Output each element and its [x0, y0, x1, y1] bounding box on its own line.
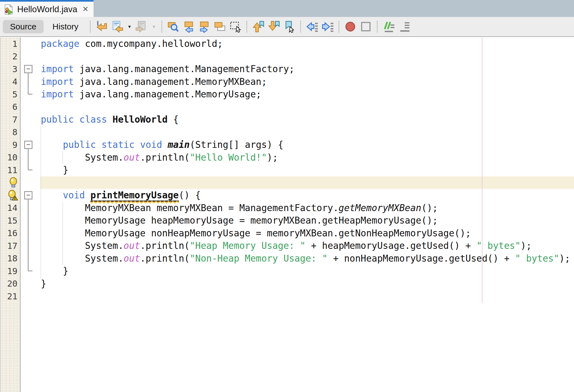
- uncomment-button[interactable]: [397, 19, 411, 34]
- code-token: [41, 190, 63, 201]
- line-number: 14: [1, 202, 20, 214]
- toolbar-separator: [300, 21, 301, 33]
- code-line-6[interactable]: [41, 101, 574, 113]
- line-number: 6: [1, 101, 20, 113]
- last-edit-location-button[interactable]: [94, 19, 109, 34]
- find-selection-button[interactable]: [166, 19, 180, 34]
- editor-window: HelloWorld.java ✕ Source History ▾: [0, 0, 574, 392]
- code-token: com.mycompany.helloworld;: [79, 38, 223, 49]
- code-token: );: [521, 240, 532, 251]
- code-line-14[interactable]: MemoryMXBean memoryMXBean = ManagementFa…: [41, 202, 574, 214]
- code-token: );: [267, 152, 278, 163]
- code-token: printMemoryUsage: [90, 190, 179, 202]
- code-line-13[interactable]: void printMemoryUsage() {: [41, 189, 574, 202]
- line-number: 16: [1, 227, 20, 240]
- code-token: .println(: [140, 152, 190, 163]
- back-icon: [111, 21, 123, 33]
- find-next-occurrence-button[interactable]: [197, 19, 212, 34]
- next-bookmark-button[interactable]: [266, 19, 281, 34]
- java-file-icon: [3, 4, 14, 15]
- line-number: 18: [1, 252, 20, 265]
- history-view-button[interactable]: History: [45, 22, 86, 31]
- start-macro-recording-button[interactable]: [343, 19, 358, 34]
- find-previous-occurrence-icon: [183, 21, 195, 33]
- source-view-button[interactable]: Source: [3, 20, 44, 33]
- toolbar-separator: [90, 21, 90, 33]
- line-number: 20: [1, 277, 20, 290]
- code-line-1[interactable]: package com.mycompany.helloworld;: [41, 37, 574, 50]
- code-line-4[interactable]: import java.lang.management.MemoryMXBean…: [41, 75, 574, 88]
- last-edit-location-icon: [95, 21, 108, 33]
- toggle-highlight-search-button[interactable]: [213, 19, 227, 34]
- toggle-highlight-search-icon: [214, 21, 226, 33]
- next-bookmark-icon: [268, 21, 280, 33]
- code-token: public class: [41, 114, 107, 125]
- code-line-3[interactable]: import java.lang.management.ManagementFa…: [41, 63, 574, 75]
- line-number: 2: [1, 50, 20, 63]
- shift-line-right-button[interactable]: [320, 19, 335, 34]
- back-dropdown-button[interactable]: ▾: [125, 19, 133, 34]
- line-number: 21: [1, 290, 20, 303]
- code-line-5[interactable]: import java.lang.management.MemoryUsage;: [41, 88, 574, 101]
- code-line-7[interactable]: public class HelloWorld {: [41, 113, 574, 126]
- code-line-12[interactable]: [41, 176, 574, 189]
- code-token: void: [63, 190, 85, 201]
- code-token: main: [168, 139, 190, 150]
- code-token: .println(: [140, 253, 190, 264]
- code-token: [107, 114, 112, 125]
- line-number: 4: [1, 75, 20, 88]
- previous-bookmark-button[interactable]: [251, 19, 265, 34]
- code-token: import: [41, 76, 74, 87]
- code-line-8[interactable]: [41, 126, 574, 139]
- code-token: "Hello World!": [190, 152, 267, 163]
- tab-helloworld-java[interactable]: HelloWorld.java ✕: [0, 0, 94, 17]
- lightbulb-warning-icon[interactable]: [1, 189, 20, 202]
- comment-icon: [382, 21, 395, 33]
- lightbulb-icon: [9, 177, 18, 188]
- code-token: " bytes": [515, 253, 559, 264]
- code-token: java.lang.management.MemoryMXBean;: [74, 76, 267, 87]
- stop-macro-recording-icon: [360, 21, 372, 33]
- code-token: (String[] args) {: [190, 139, 283, 150]
- code-token: () {: [179, 190, 201, 201]
- find-previous-occurrence-button[interactable]: [182, 19, 196, 34]
- toggle-bookmark-icon: [283, 21, 295, 33]
- tab-close-icon[interactable]: ✕: [82, 6, 89, 13]
- code-line-18[interactable]: System.out.println("Non-Heap Memory Usag…: [41, 252, 574, 265]
- code-line-19[interactable]: }: [41, 265, 574, 277]
- toggle-bookmark-button[interactable]: [282, 19, 296, 34]
- code-token: " bytes": [477, 240, 521, 251]
- toggle-rectangular-selection-button[interactable]: [228, 19, 243, 34]
- line-number: 17: [1, 239, 20, 252]
- lightbulb-hint-icon[interactable]: [1, 176, 20, 189]
- toolbar-separator: [246, 21, 247, 33]
- code-line-21[interactable]: [41, 290, 574, 303]
- line-number: 9: [1, 138, 20, 151]
- code-line-11[interactable]: }: [41, 164, 574, 176]
- line-number: 8: [1, 126, 20, 139]
- comment-button[interactable]: [381, 19, 396, 34]
- line-number: 11: [1, 164, 20, 176]
- code-line-16[interactable]: MemoryUsage nonHeapMemoryUsage = memoryM…: [41, 227, 574, 240]
- code-line-15[interactable]: MemoryUsage heapMemoryUsage = memoryMXBe…: [41, 214, 574, 227]
- stop-macro-recording-button[interactable]: [359, 19, 373, 34]
- line-number: 15: [1, 214, 20, 227]
- code-line-17[interactable]: System.out.println("Heap Memory Usage: "…: [41, 239, 574, 252]
- line-number: 5: [1, 88, 20, 101]
- toggle-rectangular-selection-icon: [229, 21, 241, 33]
- back-button[interactable]: [110, 19, 124, 34]
- code-line-2[interactable]: [41, 50, 574, 63]
- shift-line-left-button[interactable]: [305, 19, 319, 34]
- code-token: public static void: [63, 139, 162, 150]
- code-area[interactable]: package com.mycompany.helloworld;import …: [21, 37, 574, 392]
- code-token: MemoryUsage heapMemoryUsage = memoryMXBe…: [41, 215, 438, 226]
- uncomment-icon: [398, 21, 410, 33]
- line-number: 3: [1, 63, 20, 75]
- code-line-10[interactable]: System.out.println("Hello World!");: [41, 151, 574, 164]
- code-line-9[interactable]: public static void main(String[] args) {: [41, 138, 574, 151]
- tab-title: HelloWorld.java: [17, 4, 77, 14]
- code-token: + heapMemoryUsage.getUsed() +: [306, 240, 477, 251]
- code-line-20[interactable]: }: [41, 277, 574, 290]
- editor-toolbar: Source History ▾: [0, 17, 574, 37]
- shift-line-right-icon: [321, 21, 334, 33]
